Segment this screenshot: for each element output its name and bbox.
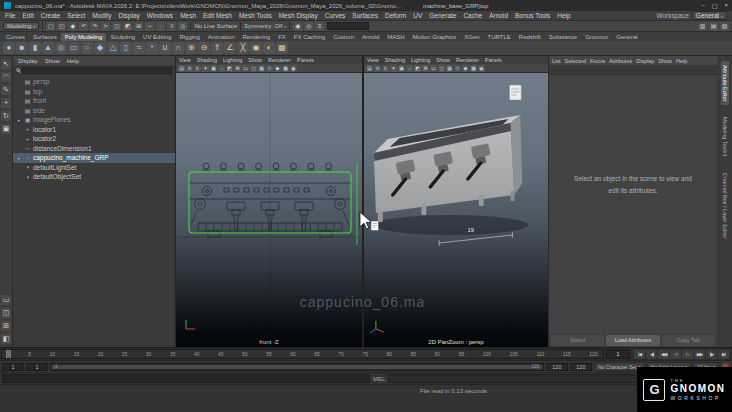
menu-item[interactable]: Generate bbox=[429, 12, 456, 19]
select-camera-icon[interactable]: ▤ bbox=[178, 65, 185, 72]
render-current-frame-icon[interactable]: ◉ bbox=[293, 22, 302, 31]
film-gate-icon[interactable]: ▭ bbox=[242, 65, 249, 72]
menu-item[interactable]: Help bbox=[557, 12, 570, 19]
play-backwards-button[interactable]: ◁ bbox=[670, 350, 681, 359]
shelf-tab[interactable]: TURTLE bbox=[484, 33, 515, 41]
workspace-selector[interactable]: Workspace General bbox=[656, 11, 727, 20]
snap-to-point-icon[interactable]: ∙ bbox=[156, 22, 165, 31]
viewport-menu-item[interactable]: Show bbox=[248, 57, 262, 63]
camera-attributes-icon[interactable]: ≡ bbox=[194, 65, 201, 72]
shelf-tab[interactable]: Rigging bbox=[175, 33, 203, 41]
resolution-gate-icon[interactable]: ◻ bbox=[250, 65, 257, 72]
outliner-search-input[interactable] bbox=[22, 67, 172, 74]
step-back-key-button[interactable]: ◀◀ bbox=[658, 350, 669, 359]
shelf-tab[interactable]: Custom bbox=[329, 33, 358, 41]
expand-arrow-icon[interactable]: ▸ bbox=[16, 117, 22, 123]
boolean-difference-icon[interactable]: ∩ bbox=[172, 42, 184, 54]
menu-item[interactable]: Windows bbox=[147, 12, 173, 19]
attribute-editor-menu-item[interactable]: Selected bbox=[565, 58, 586, 64]
menu-item[interactable]: Modify bbox=[92, 12, 111, 19]
outliner-item[interactable]: ▤ side bbox=[13, 106, 175, 116]
command-input[interactable] bbox=[2, 374, 370, 383]
textured-display-icon[interactable]: ▩ bbox=[282, 65, 289, 72]
channel-box-toggle-icon[interactable]: ▧ bbox=[720, 22, 729, 31]
shelf-tab[interactable]: MASH bbox=[383, 33, 408, 41]
textured-display-icon[interactable]: ▩ bbox=[470, 65, 477, 72]
menu-item[interactable]: Mesh Display bbox=[279, 12, 318, 19]
viewport-menu-item[interactable]: Lighting bbox=[411, 57, 430, 63]
attribute-editor-toggle-icon[interactable]: ▥ bbox=[698, 22, 707, 31]
shelf-tab[interactable]: Curves bbox=[2, 33, 29, 41]
target-weld-icon[interactable]: ◉ bbox=[250, 42, 262, 54]
scale-tool-icon[interactable]: ▣ bbox=[1, 124, 11, 134]
grid-icon[interactable]: ⊞ bbox=[422, 65, 429, 72]
menu-item[interactable]: Bonus Tools bbox=[515, 12, 550, 19]
viewport-menu-item[interactable]: Renderer bbox=[456, 57, 479, 63]
shelf-tab[interactable]: Animation bbox=[204, 33, 239, 41]
outliner-item[interactable]: ▤ front bbox=[13, 96, 175, 106]
step-forward-frame-button[interactable]: |▶ bbox=[706, 350, 717, 359]
shaded-display-icon[interactable]: ◆ bbox=[274, 65, 281, 72]
grid-icon[interactable]: ⊞ bbox=[234, 65, 241, 72]
shelf-tab[interactable]: Rendering bbox=[238, 33, 274, 41]
menu-item[interactable]: File bbox=[5, 12, 15, 19]
ipr-render-icon[interactable]: ◎ bbox=[304, 22, 313, 31]
viewport-menu-item[interactable]: Shading bbox=[197, 57, 217, 63]
bookmarks-icon[interactable]: ▾ bbox=[390, 65, 397, 72]
menu-item[interactable]: UV bbox=[413, 12, 422, 19]
dock-tab[interactable]: Channel Box / Layer Editor bbox=[721, 169, 729, 243]
viewport-menu-item[interactable]: Lighting bbox=[223, 57, 242, 63]
close-button[interactable]: × bbox=[724, 2, 728, 9]
outliner-item[interactable]: ◑ defaultLightSet bbox=[13, 163, 175, 173]
attribute-editor-button[interactable]: Copy Tab bbox=[662, 335, 715, 346]
shelf-tab[interactable]: Motion Graphics bbox=[409, 33, 461, 41]
boolean-union-icon[interactable]: ∪ bbox=[159, 42, 171, 54]
outliner-item[interactable]: ▸ ▣ imagePlanes bbox=[13, 115, 175, 125]
menu-item[interactable]: Select bbox=[67, 12, 85, 19]
undo-icon[interactable]: ↶ bbox=[79, 22, 88, 31]
select-by-hierarchy-icon[interactable]: ≻ bbox=[101, 22, 110, 31]
two-pane-layout-icon[interactable]: ◫ bbox=[1, 308, 11, 318]
range-slider-bar[interactable]: 1 120 bbox=[52, 365, 542, 369]
resolution-gate-icon[interactable]: ◻ bbox=[438, 65, 445, 72]
extrude-icon[interactable]: ⇑ bbox=[211, 42, 223, 54]
isolate-select-icon[interactable]: ◩ bbox=[414, 65, 421, 72]
persp-viewport-canvas[interactable]: 19 2D PanZoom : persp bbox=[364, 73, 548, 347]
lasso-select-tool-icon[interactable]: ◠ bbox=[1, 72, 11, 82]
viewport-menu-item[interactable]: Panels bbox=[297, 57, 314, 63]
shelf-tab[interactable]: Substance bbox=[545, 33, 581, 41]
current-frame-field[interactable] bbox=[606, 349, 630, 359]
no-live-surface-label[interactable]: No Live Surface bbox=[194, 23, 237, 29]
poly-disc-icon[interactable]: ○ bbox=[81, 42, 93, 54]
shelf-tab[interactable]: FX bbox=[274, 33, 290, 41]
tool-settings-toggle-icon[interactable]: ▤ bbox=[709, 22, 718, 31]
expand-arrow-icon[interactable]: ▸ bbox=[16, 155, 22, 161]
shelf-tab[interactable]: XGen bbox=[460, 33, 483, 41]
dock-tab[interactable]: Attribute Editor bbox=[721, 61, 729, 105]
snap-to-curve-icon[interactable]: ~ bbox=[145, 22, 154, 31]
poly-cone-icon[interactable]: ▲ bbox=[42, 42, 54, 54]
outliner-menu-item[interactable]: Help bbox=[67, 58, 79, 64]
attribute-editor-menu-item[interactable]: List bbox=[552, 58, 561, 64]
attribute-editor-menu-item[interactable]: Attributes bbox=[609, 58, 632, 64]
two-d-pan-zoom-icon[interactable]: ⇔ bbox=[218, 65, 225, 72]
wireframe-display-icon[interactable]: ◇ bbox=[454, 65, 461, 72]
four-pane-layout-icon[interactable]: ⊞ bbox=[1, 321, 11, 331]
multi-cut-icon[interactable]: ╳ bbox=[237, 42, 249, 54]
menu-item[interactable]: Deform bbox=[385, 12, 406, 19]
menu-item[interactable]: Arnold bbox=[489, 12, 508, 19]
shelf-tab[interactable]: Poly Modeling bbox=[61, 33, 107, 41]
make-live-icon[interactable]: ◎ bbox=[178, 22, 187, 31]
poly-helix-icon[interactable]: ≈ bbox=[133, 42, 145, 54]
select-by-object-icon[interactable]: ◫ bbox=[112, 22, 121, 31]
shelf-tab[interactable]: FX Caching bbox=[290, 33, 329, 41]
poly-pipe-icon[interactable]: ▯ bbox=[120, 42, 132, 54]
poly-torus-icon[interactable]: ◎ bbox=[55, 42, 67, 54]
select-camera-icon[interactable]: ▤ bbox=[366, 65, 373, 72]
render-settings-icon[interactable]: ≡ bbox=[315, 22, 324, 31]
separate-icon[interactable]: ⊖ bbox=[198, 42, 210, 54]
quick-selection-field[interactable] bbox=[327, 22, 369, 30]
poly-sphere-icon[interactable]: ● bbox=[3, 42, 15, 54]
single-pane-layout-icon[interactable]: ▭ bbox=[1, 295, 11, 305]
wireframe-display-icon[interactable]: ◇ bbox=[266, 65, 273, 72]
